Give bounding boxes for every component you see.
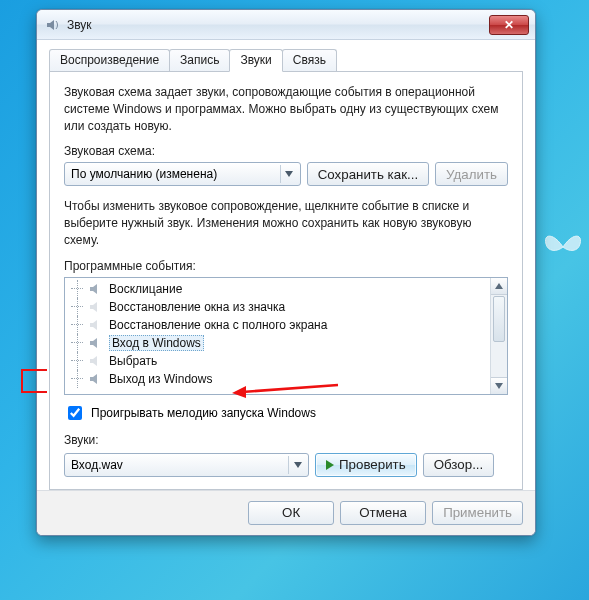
scrollbar[interactable]	[490, 278, 507, 394]
delete-button: Удалить	[435, 162, 508, 186]
list-item[interactable]: Вход в Windows	[71, 334, 507, 352]
tabstrip: Воспроизведение Запись Звуки Связь	[49, 48, 523, 72]
events-listbox[interactable]: Восклицание Восстановление окна из значк…	[64, 277, 508, 395]
speaker-icon	[89, 372, 103, 386]
play-icon	[326, 460, 334, 470]
dialog-title: Звук	[67, 18, 92, 32]
speaker-muted-icon	[89, 318, 103, 332]
tab-playback[interactable]: Воспроизведение	[49, 49, 170, 71]
list-item[interactable]: Восстановление окна из значка	[71, 298, 507, 316]
play-startup-checkbox[interactable]	[68, 406, 82, 420]
tab-sounds[interactable]: Звуки	[229, 49, 282, 72]
dialog-buttons: ОК Отмена Применить	[37, 490, 535, 535]
sounds-label: Звуки:	[64, 433, 508, 447]
scheme-selected: По умолчанию (изменена)	[71, 167, 217, 181]
chevron-down-icon	[288, 456, 306, 474]
chevron-down-icon	[280, 165, 298, 183]
sound-dialog: Звук ✕ Воспроизведение Запись Звуки Связ…	[36, 9, 536, 536]
sound-icon	[45, 17, 61, 33]
tab-panel-sounds: Звуковая схема задает звуки, сопровождаю…	[49, 72, 523, 490]
test-button[interactable]: Проверить	[315, 453, 417, 477]
speaker-icon	[89, 282, 103, 296]
speaker-muted-icon	[89, 300, 103, 314]
scroll-thumb[interactable]	[493, 296, 505, 342]
play-startup-label: Проигрывать мелодию запуска Windows	[91, 406, 316, 420]
scroll-up-button[interactable]	[491, 278, 507, 295]
close-button[interactable]: ✕	[489, 15, 529, 35]
ok-button[interactable]: ОК	[248, 501, 334, 525]
cancel-button[interactable]: Отмена	[340, 501, 426, 525]
save-as-button[interactable]: Сохранить как...	[307, 162, 429, 186]
list-item[interactable]: Восклицание	[71, 280, 507, 298]
events-description: Чтобы изменить звуковое сопровождение, щ…	[64, 198, 508, 248]
scheme-description: Звуковая схема задает звуки, сопровождаю…	[64, 84, 508, 134]
tab-recording[interactable]: Запись	[169, 49, 230, 71]
list-item[interactable]: Восстановление окна с полного экрана	[71, 316, 507, 334]
speaker-icon	[89, 336, 103, 350]
close-icon: ✕	[504, 19, 514, 31]
browse-button[interactable]: Обзор...	[423, 453, 495, 477]
scheme-label: Звуковая схема:	[64, 144, 508, 158]
events-label: Программные события:	[64, 259, 508, 273]
tab-communications[interactable]: Связь	[282, 49, 337, 71]
list-item[interactable]: Выбрать	[71, 352, 507, 370]
scroll-down-button[interactable]	[491, 377, 507, 394]
sound-file-selected: Вход.wav	[71, 458, 123, 472]
apply-button: Применить	[432, 501, 523, 525]
speaker-muted-icon	[89, 354, 103, 368]
desktop-butterfly-decoration	[543, 230, 583, 264]
titlebar[interactable]: Звук ✕	[37, 10, 535, 40]
sound-file-dropdown[interactable]: Вход.wav	[64, 453, 309, 477]
scheme-dropdown[interactable]: По умолчанию (изменена)	[64, 162, 301, 186]
list-item[interactable]: Выход из Windows	[71, 370, 507, 388]
